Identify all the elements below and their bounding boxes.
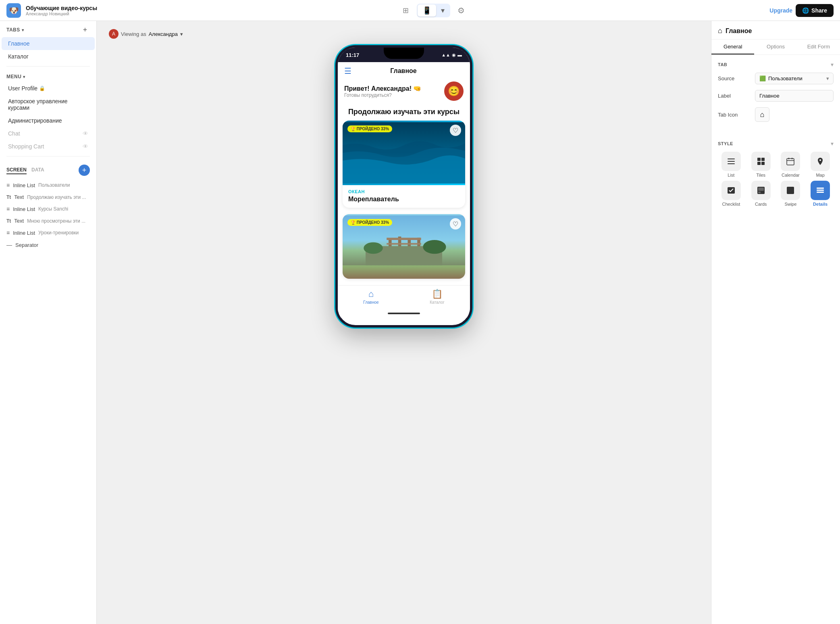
sidebar-item-user-profile[interactable]: User Profile 🔒	[2, 82, 95, 95]
style-label-checklist: Checklist	[722, 202, 740, 207]
share-button[interactable]: 🌐 Share	[796, 4, 834, 17]
style-option-map[interactable]: Map	[807, 152, 834, 177]
viewing-user: Александра	[149, 31, 178, 37]
style-label-details: Details	[813, 202, 828, 207]
app-info: Обучающие видео-курсы Александр Новицкий	[26, 5, 97, 16]
style-label-swipe: Swipe	[784, 202, 796, 207]
sidebar-item-katalog[interactable]: Каталог	[2, 50, 95, 63]
sidebar-item-admin[interactable]: Администрирование	[2, 114, 95, 127]
sidebar-item-glavnoe[interactable]: Главное	[2, 37, 95, 50]
panel-title-row: ⌂ Главное	[711, 21, 840, 40]
sidebar-item-author[interactable]: Авторское управление курсами	[2, 95, 95, 114]
greeting-text: Привет! Александра! 🤜 Готовы потрудиться…	[344, 85, 422, 98]
grid-view-button[interactable]: ⊞	[398, 4, 414, 17]
hamburger-icon[interactable]: ☰	[344, 66, 351, 76]
style-label-list: List	[728, 173, 734, 177]
svg-point-9	[364, 242, 383, 254]
panel-tab-group: General Options Edit Form	[711, 40, 840, 55]
screen-tab-screen[interactable]: SCREEN	[6, 166, 27, 174]
sidebar: TABS ▾ + Главное Каталог MENU ▾ User Pro…	[0, 21, 97, 624]
eye-slash-icon-chat: 👁	[83, 130, 88, 137]
screen-tab-group: SCREEN DATA	[6, 166, 44, 174]
phone-status-icons: ▲▲ ◉ ▬	[441, 52, 462, 58]
sidebar-item-shopping-cart[interactable]: Shopping Cart 👁	[2, 140, 95, 153]
bottom-nav-katalog[interactable]: 📋 Каталог	[430, 289, 444, 305]
style-option-calendar[interactable]: Calendar	[778, 152, 804, 177]
svg-rect-28	[817, 188, 824, 189]
course-card-1[interactable]: 🏆 ПРОЙДЕНО 33% ♡ ОКЕАН Мореплаватель	[343, 121, 465, 208]
tab-section: TAB ▾ Source 🟩 Пользователи ▾ Label Глав…	[711, 55, 840, 134]
tabs-section-header: TABS ▾ +	[0, 21, 96, 37]
greeting-hello: Привет! Александра! 🤜	[344, 85, 422, 92]
upgrade-button[interactable]: Upgrade	[769, 7, 792, 14]
label-input[interactable]: Главное	[755, 90, 834, 102]
screen-item-inline-list-2[interactable]: ≡ Inline List Курсы Sanchi	[2, 203, 95, 215]
wifi-icon: ◉	[452, 52, 456, 58]
style-icon-tiles	[751, 152, 771, 171]
style-icon-map	[811, 152, 830, 171]
inline-list-icon-2: ≡	[6, 206, 10, 212]
screen-item-text-2[interactable]: Tt Text Мною просмотрены эти ...	[2, 215, 95, 227]
source-label: Source	[718, 75, 750, 81]
sidebar-item-chat[interactable]: Chat 👁	[2, 127, 95, 140]
svg-rect-6	[387, 238, 421, 240]
greeting-avatar: 😊	[444, 81, 464, 101]
svg-rect-7	[387, 243, 421, 245]
source-dropdown[interactable]: 🟩 Пользователи ▾	[755, 73, 834, 84]
tab-section-title: TAB	[718, 62, 727, 67]
panel-tab-options[interactable]: Options	[754, 40, 797, 54]
settings-button[interactable]: ⚙	[453, 4, 469, 17]
eye-slash-icon-cart: 👁	[83, 143, 88, 150]
style-option-details[interactable]: Details	[807, 181, 834, 207]
screen-item-text-1[interactable]: Tt Text Продолжаю изучать эти ...	[2, 191, 95, 203]
tab-icon-selector[interactable]: ⌂	[755, 107, 769, 122]
tab-icon-label: Tab Icon	[718, 112, 750, 118]
screen-item-separator[interactable]: — Separator	[2, 239, 95, 251]
card-badge-2: 🏆 ПРОЙДЕНО 33%	[347, 219, 392, 226]
catalog-nav-label: Каталог	[430, 300, 444, 305]
device-dropdown-button[interactable]: ▾	[436, 4, 449, 17]
label-field-row: Label Главное	[718, 90, 834, 102]
phone-notch	[384, 48, 424, 59]
viewing-bar: А Viewing as Александра ▾	[109, 29, 183, 39]
style-icon-cards	[751, 181, 771, 200]
text-icon-1: Tt	[6, 194, 11, 200]
style-option-checklist[interactable]: Checklist	[718, 181, 744, 207]
panel-tab-general[interactable]: General	[711, 40, 754, 54]
svg-rect-19	[788, 158, 789, 159]
tab-icon-field-row: Tab Icon ⌂	[718, 107, 834, 122]
svg-rect-29	[817, 190, 824, 191]
style-option-swipe[interactable]: Swipe	[778, 181, 804, 207]
style-section-chevron[interactable]: ▾	[831, 140, 834, 147]
app-header-bar: ☰ Главное	[338, 62, 470, 78]
app-screen-title: Главное	[390, 67, 417, 75]
topbar: 🐶 Обучающие видео-курсы Александр Новицк…	[0, 0, 840, 21]
phone-time: 11:17	[346, 52, 359, 58]
screen-item-inline-list-3[interactable]: ≡ Inline List Уроки-тренировки	[2, 227, 95, 239]
course-card-2[interactable]: 🏆 ПРОЙДЕНО 33% ♡	[343, 214, 465, 279]
label-value: Главное	[759, 93, 780, 99]
style-option-list[interactable]: List	[718, 152, 744, 177]
svg-rect-15	[761, 158, 765, 161]
tab-icon-value: ⌂	[760, 111, 765, 119]
center-canvas: А Viewing as Александра ▾ 11:17 ▲▲ ◉ ▬	[97, 21, 711, 624]
add-screen-item-button[interactable]: +	[79, 165, 90, 176]
panel-tab-edit-form[interactable]: Edit Form	[797, 40, 840, 54]
viewing-label: Viewing as	[121, 31, 146, 37]
tab-section-chevron[interactable]: ▾	[831, 61, 834, 68]
greeting-section: Привет! Александра! 🤜 Готовы потрудиться…	[338, 78, 470, 106]
menu-section-header: MENU ▾	[0, 70, 96, 82]
source-value: Пользователи	[768, 75, 803, 81]
phone-home-indicator	[388, 313, 420, 314]
screen-tab-data[interactable]: DATA	[31, 166, 44, 174]
style-option-cards[interactable]: Cards	[748, 181, 774, 207]
bottom-nav-glavnoe[interactable]: ⌂ Главное	[363, 289, 378, 305]
screen-item-inline-list-1[interactable]: ≡ Inline List Пользователи	[2, 179, 95, 191]
svg-point-10	[423, 240, 446, 254]
mobile-view-button[interactable]: 📱	[418, 4, 436, 17]
style-option-tiles[interactable]: Tiles	[748, 152, 774, 177]
phone-mockup: 11:17 ▲▲ ◉ ▬ ☰ Главное	[335, 45, 472, 328]
add-tab-button[interactable]: +	[80, 25, 90, 35]
svg-rect-13	[728, 163, 735, 164]
source-dropdown-arrow-icon: ▾	[826, 75, 829, 81]
